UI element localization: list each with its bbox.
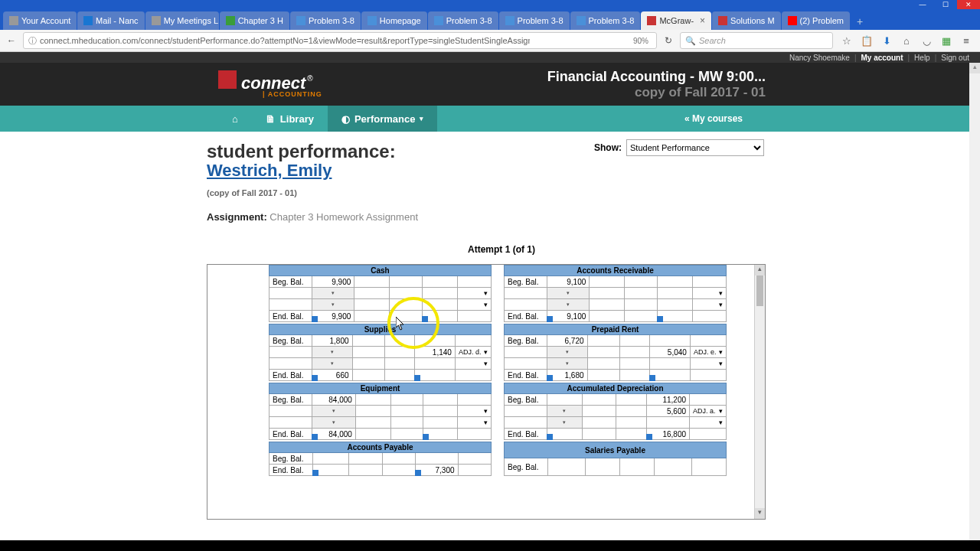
dropdown-icon[interactable]: ▾	[547, 288, 590, 299]
menu-performance[interactable]: ◐ Performance ▾	[328, 106, 437, 132]
debit-note[interactable]	[616, 417, 646, 429]
dropdown-icon[interactable]: ▾	[547, 417, 583, 429]
credit-amount[interactable]: 5,600	[647, 406, 690, 417]
home-icon[interactable]: ⌂	[900, 34, 913, 47]
debit-amount[interactable]	[355, 406, 390, 417]
credit-note[interactable]: ADJ. d.▾	[455, 347, 491, 358]
scroll-thumb[interactable]	[756, 276, 763, 306]
debit-amount[interactable]	[355, 417, 390, 429]
dropdown-icon[interactable]: ▾	[547, 347, 587, 358]
credit-note[interactable]: ▾	[458, 406, 492, 417]
window-minimize[interactable]: —	[911, 0, 934, 9]
debit-amount[interactable]	[590, 288, 625, 299]
browser-tab[interactable]: My Meetings List	[145, 11, 219, 30]
credit-note[interactable]: ▾	[690, 417, 727, 429]
inner-scrollbar[interactable]: ▴ ▾	[754, 265, 765, 519]
zoom-level[interactable]: 90%	[630, 37, 652, 45]
my-account-link[interactable]: My account	[861, 54, 903, 62]
credit-note[interactable]: ▾	[455, 358, 491, 370]
dropdown-icon[interactable]: ▾	[312, 288, 354, 299]
browser-tab[interactable]: Homepage	[361, 11, 427, 30]
browser-tab[interactable]: Solutions M	[712, 11, 780, 30]
debit-note[interactable]	[620, 347, 650, 358]
browser-tab[interactable]: Problem 3-8	[428, 11, 498, 30]
debit-amount[interactable]	[354, 299, 390, 311]
credit-amount[interactable]	[423, 406, 458, 417]
downloads-icon[interactable]: ⬇	[880, 34, 893, 47]
credit-note[interactable]: ADJ. e.▾	[690, 347, 726, 358]
debit-amount[interactable]	[587, 358, 620, 370]
browser-tab[interactable]: Chapter 3 H	[220, 11, 289, 30]
credit-note[interactable]: ADJ. a.▾	[690, 406, 727, 417]
dropdown-icon[interactable]: ▾	[312, 347, 352, 358]
debit-amount[interactable]	[587, 347, 620, 358]
credit-note[interactable]: ▾	[457, 288, 491, 299]
window-maximize[interactable]: ☐	[934, 0, 957, 9]
debit-note[interactable]	[625, 299, 657, 311]
browser-tab[interactable]: Problem 3-8	[570, 11, 641, 30]
dropdown-icon[interactable]: ▾	[312, 406, 356, 417]
dropdown-icon[interactable]: ▾	[312, 358, 352, 370]
debit-amount[interactable]	[352, 358, 385, 370]
new-tab-button[interactable]: +	[851, 13, 869, 30]
credit-note[interactable]: ▾	[458, 417, 492, 429]
credit-amount[interactable]	[422, 299, 457, 311]
credit-amount[interactable]	[647, 417, 690, 429]
page-scroll-up-icon[interactable]: ▴	[969, 63, 980, 73]
credit-amount[interactable]	[423, 417, 458, 429]
debit-amount[interactable]	[582, 406, 616, 417]
browser-tab[interactable]: McGraw-×	[641, 11, 711, 30]
credit-note[interactable]: ▾	[692, 299, 726, 311]
show-select[interactable]: Student Performance	[626, 139, 764, 156]
dropdown-icon[interactable]: ▾	[547, 299, 590, 311]
url-bar[interactable]: ⓘ connect.mheducation.com/connect/studen…	[23, 32, 657, 49]
browser-tab[interactable]: Your Account	[3, 11, 77, 30]
debit-note[interactable]	[390, 417, 423, 429]
dropdown-icon[interactable]: ▾	[312, 299, 354, 311]
menu-home[interactable]: ⌂	[218, 106, 252, 132]
debit-note[interactable]	[390, 288, 422, 299]
debit-amount[interactable]	[354, 288, 390, 299]
debit-note[interactable]	[620, 358, 650, 370]
extensions-icon[interactable]: ▦	[940, 34, 952, 47]
tab-close-icon[interactable]: ×	[700, 15, 705, 26]
credit-amount[interactable]	[650, 358, 691, 370]
debit-note[interactable]	[616, 406, 646, 417]
site-info-icon[interactable]: ⓘ	[28, 35, 37, 47]
debit-amount[interactable]	[352, 347, 385, 358]
dropdown-icon[interactable]: ▾	[547, 406, 583, 417]
credit-note[interactable]: ▾	[457, 299, 491, 311]
credit-amount[interactable]: 5,040	[650, 347, 691, 358]
student-link[interactable]: Westrich, Emily	[207, 161, 332, 181]
debit-note[interactable]	[385, 358, 415, 370]
search-bar[interactable]: 🔍 Search	[680, 32, 833, 49]
credit-amount[interactable]	[657, 299, 692, 311]
credit-amount[interactable]	[422, 288, 457, 299]
menu-icon[interactable]: ≡	[960, 34, 972, 47]
my-courses-link[interactable]: « My courses	[674, 106, 753, 132]
dropdown-icon[interactable]: ▾	[547, 358, 587, 370]
signout-link[interactable]: Sign out	[941, 54, 969, 62]
page-scrollbar[interactable]: ▴	[969, 63, 980, 551]
credit-note[interactable]: ▾	[692, 288, 726, 299]
debit-note[interactable]	[390, 406, 423, 417]
debit-amount[interactable]	[590, 299, 625, 311]
help-link[interactable]: Help	[914, 54, 930, 62]
browser-tab[interactable]: Problem 3-8	[290, 11, 361, 30]
credit-amount[interactable]	[415, 358, 456, 370]
browser-tab[interactable]: (2) Problem	[782, 11, 850, 30]
debit-amount[interactable]	[582, 417, 616, 429]
pocket-icon[interactable]: ◡	[920, 34, 933, 47]
reload-button[interactable]: ↻	[662, 35, 675, 46]
window-close[interactable]: ✕	[957, 0, 980, 9]
credit-amount[interactable]: 1,140	[415, 347, 456, 358]
browser-tab[interactable]: Problem 3-8	[499, 11, 570, 30]
back-button[interactable]: ←	[5, 34, 18, 47]
scroll-up-icon[interactable]: ▴	[755, 265, 765, 276]
debit-note[interactable]	[625, 288, 657, 299]
bookmark-star-icon[interactable]: ☆	[841, 34, 853, 47]
menu-library[interactable]: 🗎 Library	[252, 106, 328, 132]
debit-note[interactable]	[385, 347, 415, 358]
credit-note[interactable]: ▾	[690, 358, 726, 370]
browser-tab[interactable]: Mail - Nanc	[77, 11, 145, 30]
